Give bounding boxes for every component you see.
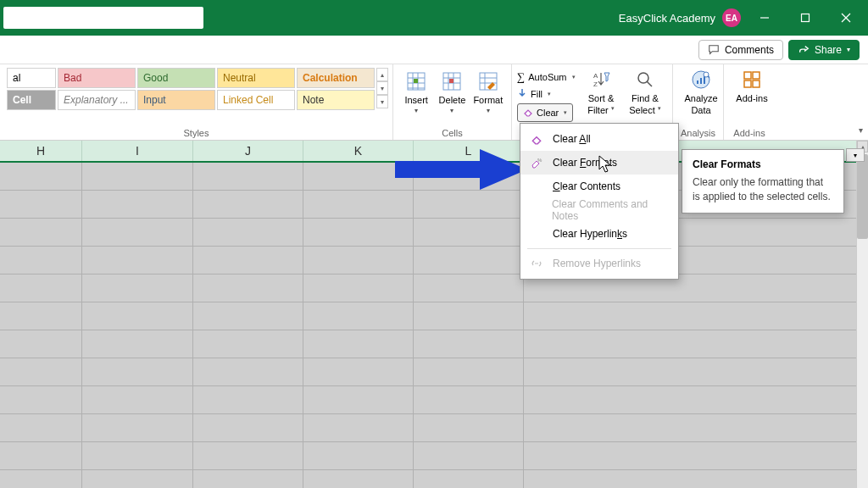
- column-header[interactable]: H: [0, 141, 82, 161]
- gallery-more-button[interactable]: ▾: [376, 95, 388, 108]
- grid-cell[interactable]: [303, 191, 414, 219]
- grid-cell[interactable]: [193, 414, 303, 442]
- grid-cell[interactable]: [303, 414, 414, 442]
- clear-hyperlinks-item[interactable]: Clear Hyperlinks: [520, 222, 678, 246]
- grid-cell[interactable]: [193, 247, 303, 274]
- grid-cell[interactable]: [303, 442, 414, 470]
- grid-cell[interactable]: [414, 219, 524, 247]
- clear-all-item[interactable]: Clear All: [520, 127, 678, 151]
- style-cell[interactable]: Explanatory ...: [58, 90, 136, 110]
- style-cell[interactable]: Bad: [58, 68, 136, 88]
- grid-row[interactable]: [0, 302, 868, 330]
- style-cell[interactable]: Linked Cell: [217, 90, 295, 110]
- share-button[interactable]: Share ▾: [788, 40, 860, 60]
- grid-cell[interactable]: [0, 219, 82, 247]
- style-cell[interactable]: al: [7, 68, 56, 88]
- grid-cell[interactable]: [414, 274, 524, 302]
- grid-cell[interactable]: [82, 442, 193, 470]
- style-cell[interactable]: Neutral: [217, 68, 295, 88]
- grid-cell[interactable]: [303, 247, 414, 274]
- grid-cell[interactable]: [82, 274, 193, 302]
- grid-cell[interactable]: [82, 163, 193, 191]
- grid-cell[interactable]: [303, 302, 414, 330]
- style-cell[interactable]: Cell: [7, 90, 56, 110]
- grid-cell[interactable]: [0, 163, 82, 191]
- grid-cell[interactable]: [0, 358, 82, 386]
- gallery-up-button[interactable]: ▴: [376, 68, 388, 81]
- grid-cell[interactable]: [414, 470, 524, 488]
- grid-cell[interactable]: [524, 442, 868, 470]
- grid-cell[interactable]: [0, 470, 82, 488]
- grid-cell[interactable]: [0, 247, 82, 274]
- clear-contents-item[interactable]: Clear Contents: [520, 175, 678, 198]
- grid-cell[interactable]: [524, 386, 868, 414]
- autosum-button[interactable]: ∑ AutoSum ▾: [517, 69, 581, 85]
- delete-button[interactable]: Delete ▾: [436, 69, 468, 114]
- grid-cell[interactable]: [303, 386, 414, 414]
- format-button[interactable]: Format ▾: [472, 69, 504, 114]
- style-gallery[interactable]: alBadGoodNeutralCalculation CellExplanat…: [7, 68, 375, 110]
- grid-cell[interactable]: [524, 470, 868, 488]
- grid-cell[interactable]: [193, 386, 303, 414]
- sort-filter-button[interactable]: AZ Sort & Filter▾: [581, 68, 621, 122]
- grid-cell[interactable]: [303, 358, 414, 386]
- grid-cell[interactable]: [414, 302, 524, 330]
- style-cell[interactable]: Input: [137, 90, 215, 110]
- formula-box-stub[interactable]: [3, 7, 203, 29]
- grid-cell[interactable]: [414, 247, 524, 274]
- scroll-thumb[interactable]: [857, 154, 868, 239]
- vertical-scrollbar[interactable]: ▴: [856, 141, 868, 488]
- grid-row[interactable]: [0, 470, 868, 488]
- grid-cell[interactable]: [0, 302, 82, 330]
- grid-row[interactable]: [0, 358, 868, 386]
- grid-cell[interactable]: [0, 414, 82, 442]
- grid-cell[interactable]: [0, 330, 82, 358]
- find-select-button[interactable]: Find & Select▾: [625, 68, 665, 122]
- avatar[interactable]: EA: [722, 8, 741, 27]
- grid-cell[interactable]: [82, 302, 193, 330]
- clear-button[interactable]: Clear ▾: [517, 103, 573, 122]
- fill-button[interactable]: Fill ▾: [517, 86, 581, 102]
- column-header[interactable]: L: [414, 141, 524, 161]
- ribbon-collapse-button[interactable]: ▾: [859, 125, 863, 135]
- grid-row[interactable]: [0, 274, 868, 302]
- grid-cell[interactable]: [193, 191, 303, 219]
- grid-cell[interactable]: [193, 219, 303, 247]
- grid-cell[interactable]: [193, 274, 303, 302]
- grid-cell[interactable]: [0, 191, 82, 219]
- analyze-data-button[interactable]: Analyze Data: [680, 68, 722, 115]
- grid-row[interactable]: [0, 386, 868, 414]
- minimize-button[interactable]: [748, 4, 782, 31]
- grid-cell[interactable]: [193, 358, 303, 386]
- grid-cell[interactable]: [414, 358, 524, 386]
- grid-row[interactable]: [0, 330, 868, 358]
- grid-cell[interactable]: [193, 442, 303, 470]
- grid-cell[interactable]: [193, 330, 303, 358]
- grid-row[interactable]: [0, 442, 868, 470]
- grid-cell[interactable]: [303, 470, 414, 488]
- grid-cell[interactable]: [524, 302, 868, 330]
- style-cell[interactable]: Good: [137, 68, 215, 88]
- grid-cell[interactable]: [303, 330, 414, 358]
- addins-button[interactable]: Add-ins: [731, 68, 773, 103]
- grid-cell[interactable]: [82, 386, 193, 414]
- column-header[interactable]: J: [193, 141, 303, 161]
- grid-cell[interactable]: [414, 163, 524, 191]
- grid-cell[interactable]: [303, 219, 414, 247]
- grid-cell[interactable]: [0, 442, 82, 470]
- grid-cell[interactable]: [524, 330, 868, 358]
- grid-row[interactable]: [0, 414, 868, 442]
- maximize-button[interactable]: [788, 4, 822, 31]
- clear-formats-item[interactable]: % Clear Formats: [520, 151, 678, 175]
- grid-cell[interactable]: [82, 414, 193, 442]
- grid-row[interactable]: [0, 219, 868, 247]
- grid-cell[interactable]: [524, 414, 868, 442]
- grid-cell[interactable]: [193, 163, 303, 191]
- grid-cell[interactable]: [0, 274, 82, 302]
- grid-cell[interactable]: [414, 330, 524, 358]
- close-button[interactable]: [829, 4, 863, 31]
- grid-cell[interactable]: [82, 330, 193, 358]
- grid-cell[interactable]: [414, 414, 524, 442]
- column-header[interactable]: I: [82, 141, 193, 161]
- grid-cell[interactable]: [524, 358, 868, 386]
